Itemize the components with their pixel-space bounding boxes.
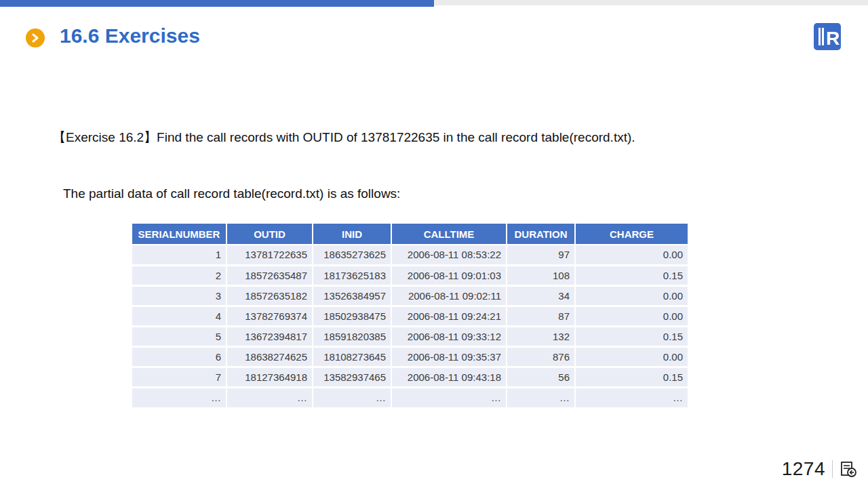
table-cell: 13526384957 [313, 285, 391, 306]
document-return-icon[interactable] [840, 460, 857, 478]
column-header: CALLTIME [391, 224, 507, 245]
table-cell: 0.15 [575, 265, 688, 285]
table-cell: 2006-08-11 09:43:18 [391, 367, 507, 387]
table-cell: 18572635487 [226, 265, 313, 285]
table-cell: 108 [507, 265, 575, 285]
table-row: 218572635487181736251832006-08-11 09:01:… [132, 265, 688, 285]
table-cell: 13781722635 [226, 245, 313, 265]
table-cell: 0.00 [575, 245, 688, 265]
table-cell: 18173625183 [313, 265, 391, 285]
table-cell: 3 [132, 285, 226, 306]
table-cell: 2006-08-11 09:01:03 [391, 265, 507, 285]
table-cell: 0.00 [575, 346, 688, 367]
table-cell: 18108273645 [313, 346, 391, 367]
table-row: 413782769374185029384752006-08-11 09:24:… [132, 306, 688, 326]
table-cell: 13672394817 [226, 326, 313, 346]
table-cell: 0.00 [575, 285, 688, 306]
table-cell: 18591820385 [313, 326, 391, 346]
table-cell: … [391, 387, 507, 407]
table-row: 513672394817185918203852006-08-11 09:33:… [132, 326, 688, 346]
table-cell: 1 [132, 245, 226, 265]
table-row: 113781722635186352736252006-08-11 08:53:… [132, 245, 688, 265]
footer-divider [832, 460, 833, 478]
svg-text:R: R [826, 28, 840, 49]
table-row: ……………… [132, 387, 688, 407]
table-cell: 87 [507, 306, 575, 326]
table-cell: 2006-08-11 09:24:21 [391, 306, 507, 326]
slide-footer: 1274 [782, 458, 857, 480]
table-cell: … [313, 387, 391, 407]
table-row: 718127364918135829374652006-08-11 09:43:… [132, 367, 688, 387]
table-cell: 6 [132, 346, 226, 367]
exercise-statement: 【Exercise 16.2】Find the call records wit… [53, 129, 731, 146]
table-cell: 18638274625 [226, 346, 313, 367]
table-cell: 56 [507, 367, 575, 387]
table-cell: 13782769374 [226, 306, 313, 326]
header-row: SERIALNUMBEROUTIDINIDCALLTIMEDURATIONCHA… [132, 224, 688, 245]
table-cell: 7 [132, 367, 226, 387]
table-cell: 2006-08-11 09:35:37 [391, 346, 507, 367]
top-accent-bar-blue [0, 0, 434, 7]
table-cell: … [226, 387, 313, 407]
table-cell: 0.00 [575, 306, 688, 326]
table-cell: 5 [132, 326, 226, 346]
table-cell: … [575, 387, 688, 407]
table-cell: 0.15 [575, 326, 688, 346]
table-cell: 0.15 [575, 367, 688, 387]
table-cell: 876 [507, 346, 575, 367]
column-header: OUTID [226, 224, 313, 245]
table-cell: 97 [507, 245, 575, 265]
table-cell: 4 [132, 306, 226, 326]
table-cell: 18635273625 [313, 245, 391, 265]
call-record-table-container: SERIALNUMBEROUTIDINIDCALLTIMEDURATIONCHA… [132, 224, 688, 407]
top-accent-bar-gray [434, 0, 868, 5]
records-table-body: 113781722635186352736252006-08-11 08:53:… [132, 245, 688, 407]
table-cell: 2006-08-11 08:53:22 [391, 245, 507, 265]
chevron-right-icon [26, 28, 45, 47]
slide: 16.6 Exercises R 【Exercise 16.2】Find the… [0, 0, 868, 488]
table-cell: 18127364918 [226, 367, 313, 387]
table-cell: 2 [132, 265, 226, 285]
records-table: SERIALNUMBEROUTIDINIDCALLTIMEDURATIONCHA… [132, 224, 688, 407]
table-cell: 34 [507, 285, 575, 306]
column-header: DURATION [507, 224, 575, 245]
page-title: 16.6 Exercises [60, 24, 200, 47]
table-cell: 2006-08-11 09:33:12 [391, 326, 507, 346]
table-cell: 132 [507, 326, 575, 346]
table-cell: 13582937465 [313, 367, 391, 387]
publisher-logo-icon: R [813, 22, 842, 51]
records-table-head: SERIALNUMBEROUTIDINIDCALLTIMEDURATIONCHA… [132, 224, 688, 245]
table-cell: … [132, 387, 226, 407]
table-cell: … [507, 387, 575, 407]
column-header: INID [313, 224, 391, 245]
table-row: 318572635182135263849572006-08-11 09:02:… [132, 285, 688, 306]
page-number: 1274 [782, 458, 825, 480]
table-row: 618638274625181082736452006-08-11 09:35:… [132, 346, 688, 367]
table-cell: 18502938475 [313, 306, 391, 326]
table-caption-text: The partial data of call record table(re… [63, 186, 673, 201]
table-cell: 18572635182 [226, 285, 313, 306]
column-header: CHARGE [575, 224, 688, 245]
column-header: SERIALNUMBER [132, 224, 226, 245]
table-cell: 2006-08-11 09:02:11 [391, 285, 507, 306]
